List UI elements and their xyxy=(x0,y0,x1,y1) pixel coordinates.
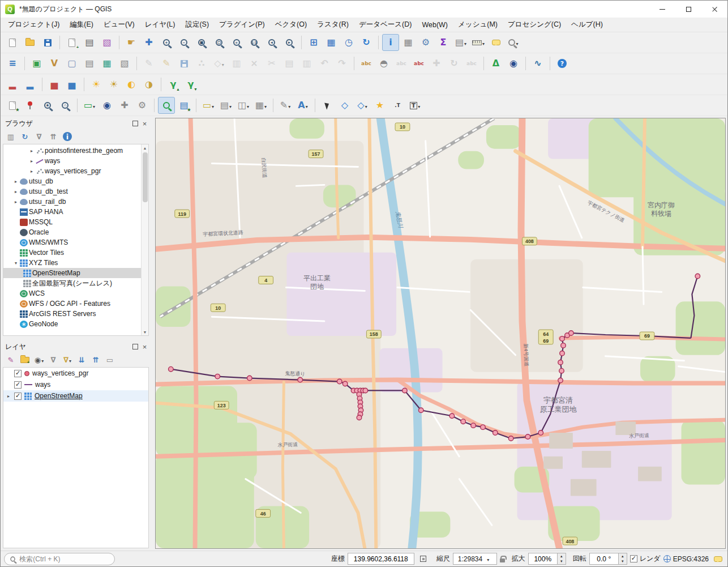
zoom-to-selection-button[interactable]: ▢ xyxy=(211,34,228,51)
redo-button[interactable]: ↷ xyxy=(333,55,350,72)
select-features-button[interactable]: ▭ xyxy=(200,97,217,114)
scale-combo[interactable]: 1:29834 xyxy=(453,553,497,565)
menu-database[interactable]: データベース(D) xyxy=(354,18,417,32)
browser-item-xyz-tiles[interactable]: ▾XYZ Tiles xyxy=(3,258,141,268)
select-by-form-button[interactable]: ▤ xyxy=(217,97,234,114)
pan-map-button[interactable]: ☛ xyxy=(123,34,140,51)
map-tips-button[interactable] xyxy=(487,34,504,51)
osm-place-search-button[interactable] xyxy=(158,97,175,114)
select-annotation-button[interactable] xyxy=(319,97,336,114)
show-layout-manager-button[interactable]: ▤ xyxy=(81,34,98,51)
layer-row-ways-vertices-pgr[interactable]: ways_vertices_pgr xyxy=(3,368,148,379)
browser-item-pointsofinterest-the-geom[interactable]: ▸pointsofinterest.the_geom xyxy=(3,146,141,156)
search-input[interactable] xyxy=(19,555,109,563)
move-to-coordinates-button[interactable]: ✚ xyxy=(116,97,133,114)
layers-close-button[interactable] xyxy=(142,344,148,350)
browser-item-utsu-db[interactable]: ▸utsu_db xyxy=(3,176,141,186)
paste-features-button[interactable]: ▥ xyxy=(298,55,315,72)
tree-expand-icon[interactable]: ▸ xyxy=(12,189,19,194)
menu-edit[interactable]: 編集(E) xyxy=(65,18,99,32)
menu-settings[interactable]: 設定(S) xyxy=(180,18,214,32)
browser-float-button[interactable] xyxy=(132,121,138,127)
minimize-button[interactable] xyxy=(649,1,675,18)
browser-item-mssql[interactable]: MSSQL xyxy=(3,217,141,227)
menu-raster[interactable]: ラスタ(R) xyxy=(312,18,354,32)
tree-expand-icon[interactable]: ▸ xyxy=(28,159,35,164)
coordinate-input[interactable] xyxy=(348,553,414,565)
browser-filter-button[interactable]: ∇ xyxy=(33,130,45,143)
zoom-in-button[interactable]: + xyxy=(158,34,175,51)
new-spatial-bookmark-button[interactable]: ★ xyxy=(4,97,21,114)
show-spatial-bookmarks-button[interactable] xyxy=(22,97,38,114)
menu-mesh[interactable]: メッシュ(M) xyxy=(453,18,503,32)
spin-up-icon[interactable] xyxy=(558,553,566,559)
browser-add-layers-button[interactable]: ▥ xyxy=(5,130,17,143)
layer-row-ways[interactable]: ways xyxy=(3,379,148,390)
highlight-pinned-labels-button[interactable]: abc xyxy=(410,55,427,72)
refresh-map-button[interactable]: ↻ xyxy=(358,34,375,51)
layer-diagram-options-button[interactable]: ◓ xyxy=(375,55,392,72)
save-project-button[interactable] xyxy=(39,34,56,51)
toggle-editing-button[interactable]: ✎ xyxy=(158,55,175,72)
layers-float-button[interactable] xyxy=(132,344,138,350)
style-manager-button[interactable]: ▧ xyxy=(99,34,115,51)
browser-item-geonode[interactable]: GeoNode xyxy=(3,319,141,329)
full-histogram-stretch-button[interactable]: ▂ xyxy=(22,76,38,93)
current-edits-button[interactable]: ✎ xyxy=(140,55,157,72)
browser-scrollbar[interactable] xyxy=(141,144,148,335)
expand-all-button[interactable]: ⇊ xyxy=(75,353,88,366)
temporal-controller-button[interactable]: ◷ xyxy=(340,34,357,51)
crs-widget[interactable]: EPSG:4326 xyxy=(663,555,709,563)
tree-expand-icon[interactable]: ▾ xyxy=(12,261,19,266)
open-data-source-manager-button[interactable]: ≡ xyxy=(4,55,21,72)
statistical-summary-button[interactable]: Σ xyxy=(435,34,452,51)
increase-contrast-button[interactable]: ◐ xyxy=(123,76,140,93)
browser-item-wcs[interactable]: WCS xyxy=(3,288,141,299)
open-project-button[interactable] xyxy=(22,34,38,51)
spin-down-icon[interactable] xyxy=(558,559,566,565)
scale-lock-icon[interactable] xyxy=(500,559,505,562)
layer-expand-icon[interactable]: ▸ xyxy=(6,394,11,399)
increase-brightness-button[interactable]: ☀ xyxy=(88,76,105,93)
menu-project[interactable]: プロジェクト(J) xyxy=(3,18,65,32)
pan-to-selection-button[interactable]: ✚ xyxy=(140,34,157,51)
open-attribute-table-button[interactable]: ▦ xyxy=(400,34,417,51)
browser-item-ways[interactable]: ▸ways xyxy=(3,156,141,166)
zoom-full-button[interactable]: ▣ xyxy=(193,34,210,51)
attribute-actions-button[interactable]: ▤ xyxy=(452,34,469,51)
full-cumulative-cut-stretch-button[interactable]: ▅ xyxy=(63,76,80,93)
browser-refresh-button[interactable]: ↻ xyxy=(19,130,31,143)
identify-features-button[interactable]: i xyxy=(382,34,399,51)
new-print-layout-button[interactable]: + xyxy=(63,34,80,51)
show-bookmark-manager-button[interactable]: ★ xyxy=(39,97,56,114)
scroll-down-icon[interactable] xyxy=(142,329,148,335)
add-group-button[interactable]: + xyxy=(19,353,31,366)
delete-selected-button[interactable]: × xyxy=(246,55,263,72)
scroll-up-icon[interactable] xyxy=(142,144,148,151)
zoom-to-bookmark-button[interactable]: ∴ xyxy=(57,97,74,114)
layer-checkbox[interactable] xyxy=(14,393,22,400)
change-label-properties-button[interactable]: abc xyxy=(463,55,480,72)
increase-gamma-button[interactable]: γ▲ xyxy=(165,76,182,93)
browser-item-openstreetmap[interactable]: OpenStreetMap xyxy=(3,268,141,278)
menu-view[interactable]: ビュー(V) xyxy=(99,18,140,32)
text-tool-button[interactable]: T xyxy=(406,97,423,114)
zoom-out-button[interactable]: − xyxy=(175,34,192,51)
tree-expand-icon[interactable]: ▸ xyxy=(28,148,35,154)
decrease-contrast-button[interactable]: ◑ xyxy=(140,76,157,93)
close-button[interactable] xyxy=(701,1,727,18)
help-contents-button[interactable]: ? xyxy=(554,55,571,72)
layer-checkbox[interactable] xyxy=(14,381,22,389)
new-geopackage-layer-button[interactable]: ▣ xyxy=(28,55,45,72)
spin-up-icon[interactable] xyxy=(619,553,627,559)
tree-expand-icon[interactable]: ▸ xyxy=(12,179,19,184)
menu-processing[interactable]: プロセシング(C) xyxy=(503,18,566,32)
new-shapefile-layer-button[interactable]: V xyxy=(46,55,63,72)
undo-button[interactable]: ↶ xyxy=(316,55,333,72)
quickmapservices-button[interactable]: ▤★ xyxy=(175,97,192,114)
metasearch-button[interactable]: ◉ xyxy=(505,55,522,72)
scrollbar-thumb[interactable] xyxy=(143,152,148,202)
browser-item-sap-hana[interactable]: SAP HANA xyxy=(3,207,141,217)
layer-checkbox[interactable] xyxy=(14,370,22,377)
decrease-brightness-button[interactable]: ☀ xyxy=(105,76,122,93)
